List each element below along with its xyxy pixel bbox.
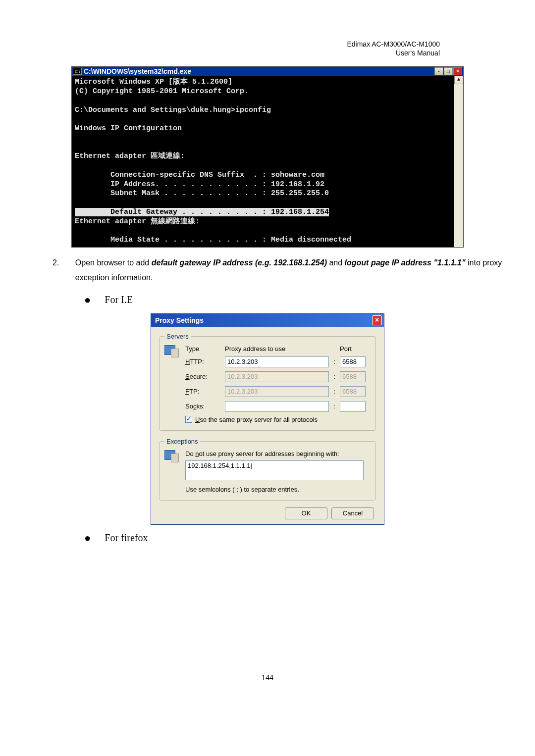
bullet-ie: ● For I.E bbox=[84, 294, 505, 306]
exceptions-legend: Exceptions bbox=[164, 438, 200, 445]
cmd-window: c:\ C:\WINDOWS\system32\cmd.exe - □ × Mi… bbox=[71, 66, 464, 248]
cmd-title: C:\WINDOWS\system32\cmd.exe bbox=[84, 67, 191, 75]
secure-port-input bbox=[340, 371, 366, 382]
secure-label: Secure: bbox=[185, 373, 221, 380]
scroll-up-icon[interactable]: ▲ bbox=[454, 76, 463, 84]
ftp-address-input bbox=[225, 386, 329, 397]
exceptions-icon bbox=[164, 450, 179, 464]
cmd-output: Microsoft Windows XP [版本 5.1.2600] (C) C… bbox=[72, 76, 454, 247]
servers-group: Servers Type Proxy address to use Port H… bbox=[159, 333, 376, 431]
cancel-button[interactable]: Cancel bbox=[331, 507, 374, 519]
exceptions-label: Do not use proxy server for addresses be… bbox=[179, 450, 370, 457]
page-number: 144 bbox=[30, 673, 505, 682]
ok-button[interactable]: OK bbox=[285, 507, 327, 519]
http-port-input[interactable] bbox=[340, 356, 366, 367]
col-port: Port bbox=[340, 345, 366, 353]
instruction-step-2: 2. Open browser to add default gateway I… bbox=[53, 255, 505, 286]
maximize-button[interactable]: □ bbox=[444, 67, 453, 75]
cmd-scrollbar[interactable]: ▲ bbox=[454, 76, 463, 247]
same-proxy-label: Use the same proxy server for all protoc… bbox=[195, 416, 318, 423]
bullet-dot-icon: ● bbox=[84, 532, 91, 545]
bullet-firefox-label: For firefox bbox=[105, 532, 148, 544]
step-number: 2. bbox=[53, 255, 75, 286]
bullet-firefox: ● For firefox bbox=[84, 532, 505, 545]
cmd-titlebar: c:\ C:\WINDOWS\system32\cmd.exe - □ × bbox=[72, 67, 463, 76]
cmd-highlight: Default Gateway . . . . . . . . . : 192.… bbox=[75, 208, 329, 216]
ftp-port-input bbox=[340, 386, 366, 397]
cmd-icon: c:\ bbox=[73, 68, 82, 75]
servers-icon bbox=[164, 345, 179, 359]
header-line2: User's Manual bbox=[396, 49, 440, 57]
socks-label: Socks: bbox=[185, 403, 221, 410]
proxy-title: Proxy Settings bbox=[155, 316, 204, 324]
proxy-titlebar: Proxy Settings × bbox=[151, 314, 384, 327]
close-button[interactable]: × bbox=[453, 67, 462, 75]
col-addr: Proxy address to use bbox=[225, 345, 329, 353]
ftp-label: FTP: bbox=[185, 388, 221, 395]
same-proxy-checkbox[interactable]: ✓ bbox=[185, 416, 192, 423]
bullet-ie-label: For I.E bbox=[105, 294, 133, 305]
http-label: HTTP: bbox=[185, 358, 221, 365]
secure-address-input bbox=[225, 371, 329, 382]
header-line1: Edimax AC-M3000/AC-M1000 bbox=[347, 40, 440, 48]
minimize-button[interactable]: - bbox=[434, 67, 443, 75]
step-text: Open browser to add default gateway IP a… bbox=[75, 255, 505, 286]
bullet-dot-icon: ● bbox=[84, 294, 91, 306]
socks-address-input[interactable] bbox=[225, 401, 329, 412]
http-address-input[interactable] bbox=[225, 356, 329, 367]
exceptions-note: Use semicolons ( ; ) to separate entries… bbox=[179, 486, 370, 493]
servers-legend: Servers bbox=[164, 333, 191, 340]
col-type: Type bbox=[185, 345, 221, 353]
exceptions-group: Exceptions Do not use proxy server for a… bbox=[159, 438, 376, 501]
doc-header: Edimax AC-M3000/AC-M1000 User's Manual bbox=[30, 40, 505, 57]
socks-port-input[interactable] bbox=[340, 401, 366, 412]
exceptions-textarea[interactable] bbox=[185, 460, 364, 480]
proxy-close-button[interactable]: × bbox=[372, 315, 382, 325]
proxy-settings-dialog: Proxy Settings × Servers Type Proxy addr… bbox=[151, 313, 384, 525]
